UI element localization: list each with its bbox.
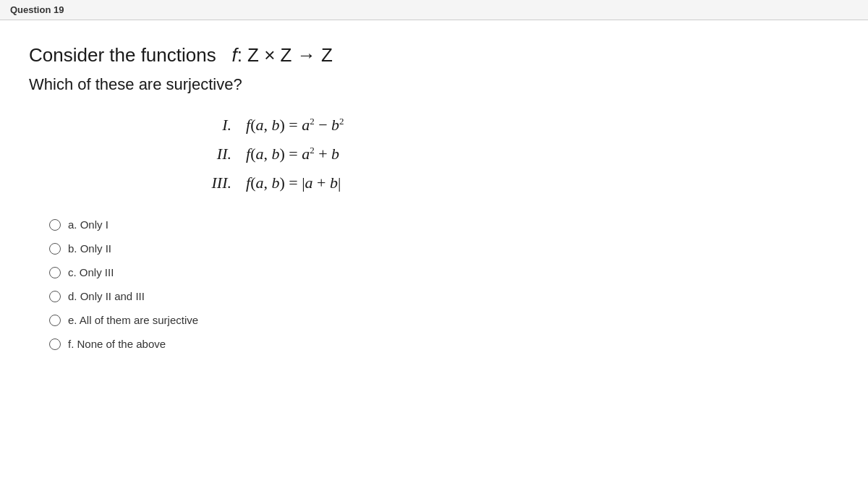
function-row-2: II. f(a, b) = a2 + b [188,145,839,163]
function-row-1: I. f(a, b) = a2 − b2 [188,116,839,135]
option-f[interactable]: f. None of the above [49,338,839,350]
option-d-label: d. Only II and III [68,290,145,302]
question-title: Consider the functions f: Z × Z → Z [29,43,839,68]
radio-e[interactable] [49,315,61,326]
function-label-1: I. [188,116,231,135]
options-list: a. Only I b. Only II c. Only III d. Only… [49,218,839,350]
function-expr-1: f(a, b) = a2 − b2 [246,116,344,135]
function-label-2: II. [188,145,231,163]
option-e-label: e. All of them are surjective [68,314,198,326]
option-e[interactable]: e. All of them are surjective [49,314,839,326]
question-header: Question 19 [0,0,868,20]
option-c-label: c. Only III [68,266,114,278]
radio-d[interactable] [49,291,61,302]
function-expr-2: f(a, b) = a2 + b [246,145,339,163]
option-a[interactable]: a. Only I [49,218,839,231]
option-b[interactable]: b. Only II [49,242,839,255]
functions-list: I. f(a, b) = a2 − b2 II. f(a, b) = a2 + … [188,116,839,193]
option-c[interactable]: c. Only III [49,266,839,278]
option-a-label: a. Only I [68,218,109,231]
option-b-label: b. Only II [68,242,111,255]
function-row-3: III. f(a, b) = |a + b| [188,174,839,192]
option-d[interactable]: d. Only II and III [49,290,839,302]
function-label-3: III. [188,174,231,192]
radio-c[interactable] [49,267,61,278]
radio-a[interactable] [49,219,61,231]
radio-f[interactable] [49,338,61,350]
question-label: Question 19 [10,4,64,15]
function-expr-3: f(a, b) = |a + b| [246,174,341,192]
option-f-label: f. None of the above [68,338,166,350]
question-subtitle: Which of these are surjective? [29,75,839,94]
question-body: Consider the functions f: Z × Z → Z Whic… [0,20,868,385]
radio-b[interactable] [49,243,61,255]
